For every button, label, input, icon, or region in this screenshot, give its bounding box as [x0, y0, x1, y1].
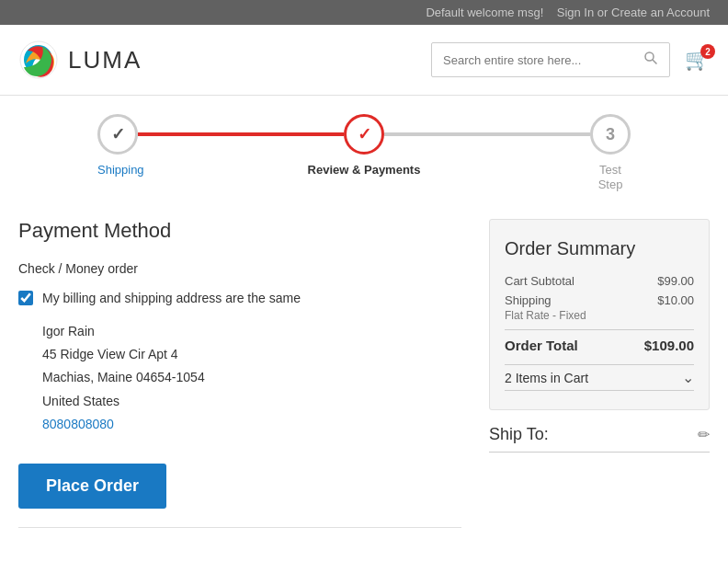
ship-to-section: Ship To: ✏	[489, 425, 710, 462]
steps-labels: Shipping Review & Payments Test Step	[97, 162, 631, 191]
shipping-label: Shipping	[505, 293, 552, 307]
order-total-value: $109.00	[644, 338, 694, 353]
cart-subtotal-label: Cart Subtotal	[505, 274, 574, 288]
step-2-circle: ✓	[344, 114, 384, 155]
step-3-number: 3	[606, 125, 615, 144]
search-input[interactable]	[432, 46, 634, 74]
billing-same-checkbox[interactable]	[18, 291, 33, 305]
steps-track: ✓ ✓ 3	[97, 114, 631, 155]
logo[interactable]: LUMA	[18, 40, 431, 80]
site-header: LUMA 🛒 2	[0, 25, 728, 96]
step-line-2	[384, 132, 590, 136]
luma-logo-icon	[18, 40, 59, 80]
create-account-link[interactable]: Create an Account	[611, 6, 710, 19]
or-text: or	[597, 6, 609, 19]
payment-section-title: Payment Method	[18, 219, 461, 243]
address-block: Igor Rain 45 Ridge View Cir Apt 4 Machia…	[18, 320, 461, 436]
place-order-button[interactable]: Place Order	[18, 464, 166, 509]
shipping-method: Flat Rate - Fixed	[505, 309, 586, 322]
step-3-label: Test Step	[598, 163, 623, 191]
edit-icon[interactable]: ✏	[698, 426, 710, 443]
ship-to-row: Ship To: ✏	[489, 425, 710, 453]
address-name: Igor Rain	[42, 320, 461, 343]
search-icon	[643, 51, 658, 65]
step-2-label: Review & Payments	[308, 163, 421, 177]
order-total-label: Order Total	[505, 338, 578, 353]
svg-point-1	[645, 52, 654, 61]
cart-subtotal-value: $99.00	[657, 274, 694, 288]
chevron-down-icon: ⌄	[682, 369, 694, 386]
checkout-steps: ✓ ✓ 3 Shipping Review & Payments Test St…	[0, 96, 728, 201]
bottom-divider	[18, 527, 461, 528]
shipping-row: Shipping $10.00	[505, 293, 694, 307]
items-in-cart-text: 2 Items in Cart	[505, 371, 588, 385]
billing-same-checkbox-row: My billing and shipping address are the …	[18, 291, 461, 305]
shipping-value: $10.00	[657, 293, 694, 307]
step-1-circle: ✓	[97, 114, 138, 155]
cart-subtotal-row: Cart Subtotal $99.00	[505, 274, 694, 288]
order-summary-box: Order Summary Cart Subtotal $99.00 Shipp…	[489, 219, 710, 410]
sign-in-link[interactable]: Sign In	[557, 6, 594, 19]
cart-count-badge: 2	[700, 44, 715, 59]
address-city-state: Machias, Maine 04654-1054	[42, 366, 461, 389]
cart-button[interactable]: 🛒 2	[685, 48, 710, 72]
step-line-1	[138, 132, 344, 136]
left-column: Payment Method Check / Money order My bi…	[18, 219, 461, 528]
address-country: United States	[42, 390, 461, 413]
step-2-check: ✓	[358, 124, 371, 144]
payment-method-name: Check / Money order	[18, 261, 461, 276]
step-1-label-container: Shipping	[97, 162, 138, 191]
step-1-check: ✓	[111, 124, 125, 144]
svg-line-2	[653, 60, 657, 64]
step-3-circle: 3	[590, 114, 631, 155]
summary-divider	[505, 329, 694, 330]
main-content: Payment Method Check / Money order My bi…	[0, 201, 728, 546]
order-total-row: Order Total $109.00	[505, 338, 694, 353]
address-street: 45 Ridge View Cir Apt 4	[42, 343, 461, 366]
top-bar: Default welcome msg! Sign In or Create a…	[0, 0, 728, 25]
logo-text: LUMA	[68, 46, 142, 74]
shipping-method-row: Flat Rate - Fixed	[505, 309, 694, 322]
billing-same-label: My billing and shipping address are the …	[42, 291, 301, 305]
welcome-message: Default welcome msg!	[426, 6, 543, 19]
right-column: Order Summary Cart Subtotal $99.00 Shipp…	[489, 219, 710, 528]
items-in-cart-row[interactable]: 2 Items in Cart ⌄	[505, 364, 694, 391]
order-summary-title: Order Summary	[505, 238, 694, 259]
ship-to-title: Ship To:	[489, 425, 549, 444]
step-2-label-container: Review & Payments	[138, 162, 590, 191]
step-3-label-container: Test Step	[590, 162, 631, 191]
address-phone[interactable]: 8080808080	[42, 417, 114, 431]
search-button[interactable]	[634, 43, 667, 76]
search-bar	[431, 42, 670, 77]
